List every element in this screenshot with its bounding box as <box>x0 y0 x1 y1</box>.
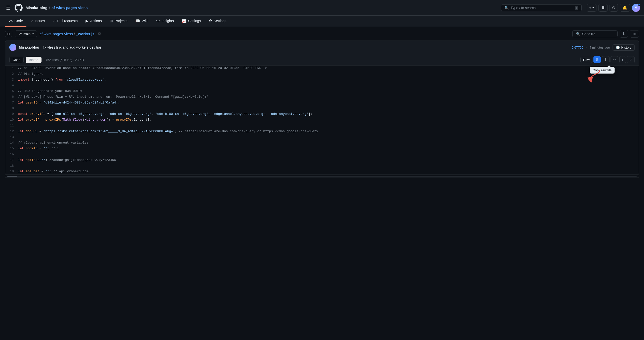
table-row: 7let userID = 'd342d11e-d424-4583-b36e-5… <box>5 100 639 106</box>
line-number[interactable]: 17 <box>5 157 18 163</box>
table-row: 1// <!--GAMFC-->version base on commit 4… <box>5 65 639 71</box>
line-number[interactable]: 1 <box>5 65 18 71</box>
line-code <box>18 106 639 112</box>
nav-insights-label: Settings <box>188 19 201 23</box>
table-row: 11 <box>5 123 639 129</box>
nav-insights[interactable]: 📈 Settings <box>178 16 205 27</box>
line-number[interactable]: 11 <box>5 123 18 129</box>
branch-panel-button[interactable]: ⊟ <box>5 31 12 37</box>
search-icon: 🔍 <box>504 6 509 10</box>
line-number[interactable]: 16 <box>5 152 18 157</box>
table-row: 15let nodeId = ''; // 1 <box>5 146 639 152</box>
history-button[interactable]: 🕐 History <box>613 44 635 51</box>
branch-name: main <box>23 32 30 36</box>
nav-projects[interactable]: ⊞ Projects <box>106 16 131 27</box>
line-number[interactable]: 18 <box>5 163 18 169</box>
nav-code[interactable]: <> Code <box>5 16 26 27</box>
github-logo <box>15 4 23 12</box>
commit-meta: 5f67755 · 4 minutes ago 🕐 History <box>572 44 635 51</box>
table-row: 3import { connect } from 'cloudflare:soc… <box>5 77 639 83</box>
table-row: 5// How to generate your own UUID: <box>5 88 639 94</box>
clock-icon: 🕐 <box>616 46 620 49</box>
download-button[interactable]: ⬇ <box>620 30 628 38</box>
line-code: let proxyIP = proxyIPs[Math.floor(Math.r… <box>18 117 639 123</box>
raw-button[interactable]: Raw <box>580 57 592 63</box>
line-number[interactable]: 6 <box>5 94 18 100</box>
chevron-down-icon: ▾ <box>592 6 594 9</box>
line-number[interactable]: 12 <box>5 129 18 134</box>
bc-repo[interactable]: cf-wkrs-pages-vless <box>39 32 73 36</box>
plus-icon: + <box>589 6 591 10</box>
breadcrumb-sep: / <box>49 6 50 10</box>
blame-tab[interactable]: Blame <box>26 57 42 63</box>
horizontal-scrollbar[interactable] <box>5 175 639 178</box>
expand-button[interactable]: ⤢ <box>627 56 635 63</box>
table-row: 8 <box>5 106 639 112</box>
toolbar-download-button[interactable]: ⬇ <box>602 56 610 63</box>
line-number[interactable]: 5 <box>5 88 18 94</box>
line-number[interactable]: 4 <box>5 83 18 88</box>
org-name[interactable]: Misaka-blog <box>26 6 48 10</box>
search-bar[interactable]: 🔍 Type / to search / <box>501 4 582 11</box>
nav-pulls[interactable]: ⤢ Pull requests <box>50 16 81 26</box>
copy-path-button[interactable]: ⧉ <box>97 31 103 37</box>
notifications-button[interactable]: 🔔 <box>620 4 630 12</box>
line-number[interactable]: 9 <box>5 111 18 117</box>
nav-settings[interactable]: ⚙ Settings <box>205 16 230 27</box>
avatar[interactable]: M <box>632 4 640 12</box>
repo-name[interactable]: cf-wkrs-pages-vless <box>52 6 88 10</box>
table-row: 13 <box>5 134 639 140</box>
shield-icon: 🛡 <box>156 19 160 23</box>
line-code: // How to generate your own UUID: <box>18 88 639 94</box>
top-nav: ☰ Misaka-blog / cf-wkrs-pages-vless 🔍 Ty… <box>0 0 644 16</box>
commit-author[interactable]: Misaka-blog <box>19 45 39 49</box>
ellipsis-icon: ••• <box>632 32 636 36</box>
actions-icon: ▶ <box>86 19 89 23</box>
goto-file-button[interactable]: 🔍 Go to file <box>572 30 618 37</box>
nav-issues[interactable]: ○ Issues <box>27 16 49 27</box>
more-options-button[interactable]: ••• <box>630 30 639 38</box>
nav-actions[interactable]: ▶ Actions <box>82 16 105 27</box>
nav-security-label: Insights <box>162 19 174 23</box>
table-row: 19let apiHost = ''; // api.v2board.com <box>5 169 639 175</box>
line-number[interactable]: 14 <box>5 140 18 146</box>
code-tab-label: Code <box>13 58 20 62</box>
nav-wiki[interactable]: 📖 Wiki <box>132 16 152 27</box>
branch-selector[interactable]: ⎇ main ▾ <box>15 30 37 37</box>
copy-raw-tooltip: Copy raw file <box>590 67 615 74</box>
code-icon: <> <box>9 19 13 23</box>
copilot-button[interactable]: ⊙ <box>610 4 618 12</box>
line-number[interactable]: 15 <box>5 146 18 152</box>
copy-raw-button[interactable]: ⧉ <box>593 56 601 63</box>
line-number[interactable]: 2 <box>5 71 18 77</box>
blame-tab-label: Blame <box>29 58 38 62</box>
line-number[interactable]: 8 <box>5 106 18 112</box>
copy-icon: ⧉ <box>98 31 101 36</box>
commit-bar: Misaka-blog fix vless link and add worke… <box>5 41 639 54</box>
new-button[interactable]: + ▾ <box>587 4 596 12</box>
tv-icon: 🖥 <box>601 6 605 10</box>
toolbar-edit-button[interactable]: ✏ <box>611 56 618 63</box>
line-number[interactable]: 19 <box>5 169 18 175</box>
line-number[interactable]: 13 <box>5 134 18 140</box>
code-tab[interactable]: Code <box>9 57 24 63</box>
toolbar-kebab-button[interactable]: ▾ <box>619 56 626 63</box>
line-number[interactable]: 10 <box>5 117 18 123</box>
table-row: 12let dohURL = 'https://sky.rethinkdns.c… <box>5 129 639 134</box>
line-number[interactable]: 7 <box>5 100 18 106</box>
nav-actions-label: Actions <box>90 19 102 23</box>
line-number[interactable]: 3 <box>5 77 18 83</box>
tv-icon-button[interactable]: 🖥 <box>598 4 608 12</box>
search-icon-sm: 🔍 <box>576 32 580 36</box>
nav-wiki-label: Wiki <box>142 19 148 23</box>
nav-code-label: Code <box>15 19 23 23</box>
issues-icon: ○ <box>31 19 33 23</box>
nav-security[interactable]: 🛡 Insights <box>153 16 177 27</box>
commit-sha[interactable]: 5f67755 <box>572 46 583 49</box>
hamburger-button[interactable]: ☰ <box>4 4 13 12</box>
line-code: let apiHost = ''; // api.v2board.com <box>18 169 639 175</box>
file-breadcrumb: cf-wkrs-pages-vless / _worker.js <box>39 32 94 36</box>
wiki-icon: 📖 <box>135 19 140 23</box>
lines-info: 762 lines (685 loc) · 23 KB <box>46 58 84 62</box>
line-code: let dohURL = 'https://sky.rethinkdns.com… <box>18 129 639 134</box>
